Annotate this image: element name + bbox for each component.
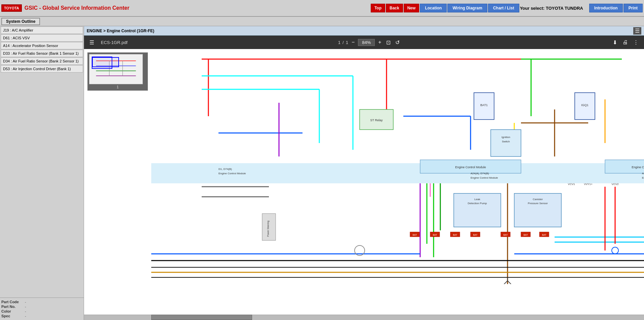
app-title: GSIC - Global Service Information Center (25, 5, 370, 11)
spec-label: Spec (1, 314, 25, 318)
svg-rect-32 (491, 130, 521, 156)
svg-text:Detection Pump: Detection Pump (468, 202, 487, 205)
sidebar-properties: Part Code - Part No. - Color - Spec - (0, 298, 84, 320)
sidebar: J19 : A/C AmplifierD61 : ACIS VSVA14 : A… (0, 26, 84, 320)
second-navigation-bar: System Outline (0, 17, 644, 26)
zoom-level: 84% (358, 39, 375, 46)
sidebar-item[interactable]: D34 : Air Fuel Ratio Sensor (Bank 2 Sens… (1, 57, 83, 65)
svg-text:Canister: Canister (533, 198, 543, 201)
color-value: - (25, 309, 26, 313)
pdf-menu-button[interactable]: ☰ (88, 39, 95, 46)
pdf-filename: ECS-1GR.pdf (101, 40, 127, 45)
fit-page-button[interactable]: ⊡ (385, 39, 392, 46)
main-layout: J19 : A/C AmplifierD61 : ACIS VSVA14 : A… (0, 26, 644, 320)
thumbnail-number: 1 (89, 85, 146, 89)
svg-text:Engine Control Module: Engine Control Module (642, 176, 644, 179)
sidebar-item[interactable]: D61 : ACIS VSV (1, 34, 83, 42)
svg-text:Pressure Sensor: Pressure Sensor (528, 202, 548, 205)
svg-text:Power Steering: Power Steering (267, 221, 270, 237)
breadcrumb-text: ENGINE > Engine Control (1GR-FE) (87, 29, 154, 33)
svg-text:BAT: BAT (503, 234, 508, 236)
color-label: Color (1, 309, 25, 313)
sidebar-item[interactable]: J19 : A/C Amplifier (1, 27, 83, 34)
svg-text:BAT: BAT (433, 234, 437, 236)
zoom-in-button[interactable]: + (377, 39, 383, 46)
corner-menu-button[interactable]: ☰ (633, 27, 641, 35)
thumbnail-panel: 1 (87, 52, 148, 91)
rotate-button[interactable]: ↺ (394, 39, 401, 46)
svg-text:VCV1: VCV1 (568, 183, 575, 186)
scrollbar-thumb[interactable] (151, 315, 252, 320)
top-navigation-bar: TOYOTA GSIC - Global Service Information… (0, 0, 644, 17)
svg-text:BAT: BAT (542, 234, 547, 236)
svg-text:Engine Control Module: Engine Control Module (632, 166, 644, 169)
part-no-row: Part No. - (1, 305, 82, 309)
page-separator: / (343, 40, 344, 45)
pdf-viewer: ☰ ECS-1GR.pdf 1 / 1 − 84% + ⊡ ↺ ⬇ 🖨 ⋮ (84, 36, 644, 320)
svg-text:BAT: BAT (523, 234, 528, 236)
spec-row: Spec - (1, 314, 82, 318)
system-outline-button[interactable]: System Outline (1, 18, 40, 25)
svg-text:Ignition: Ignition (501, 136, 510, 139)
svg-text:Engine Control Module: Engine Control Module (218, 172, 246, 175)
part-code-value: - (25, 300, 26, 304)
breadcrumb-bar: ENGINE > Engine Control (1GR-FE) ☰ (84, 26, 644, 36)
more-options-button[interactable]: ⋮ (632, 39, 640, 46)
part-no-label: Part No. (1, 305, 25, 309)
print-button[interactable]: Print (623, 4, 643, 12)
svg-text:IGQ1: IGQ1 (581, 103, 589, 107)
back-button[interactable]: Back (386, 4, 403, 12)
svg-text:Engine Control Module: Engine Control Module (471, 176, 498, 179)
part-code-row: Part Code - (1, 300, 82, 304)
svg-text:Engine Control Module: Engine Control Module (455, 166, 486, 169)
pdf-page-info: 1 / 1 − 84% + ⊡ ↺ (338, 39, 401, 46)
horizontal-scrollbar[interactable] (84, 315, 644, 320)
svg-text:D1, D74(B): D1, D74(B) (218, 168, 232, 171)
svg-point-77 (612, 247, 618, 254)
diagram-container: 1 (84, 49, 644, 320)
svg-text:BAT1: BAT1 (480, 103, 488, 107)
sidebar-item[interactable]: D53 : Air Injection Control Driver (Bank… (1, 65, 83, 73)
svg-text:BAT: BAT (473, 234, 478, 236)
zoom-out-button[interactable]: − (350, 39, 356, 46)
svg-text:Leak: Leak (474, 198, 480, 201)
pdf-toolbar: ☰ ECS-1GR.pdf 1 / 1 − 84% + ⊡ ↺ ⬇ 🖨 ⋮ (84, 36, 644, 49)
page-current: 1 (338, 40, 340, 45)
svg-text:A24(A), D74(B): A24(A), D74(B) (642, 172, 644, 175)
vehicle-selection-label: Your select: TOYOTA TUNDRA (520, 6, 583, 11)
download-button[interactable]: ⬇ (611, 39, 618, 46)
pdf-canvas[interactable]: 1 (84, 49, 644, 320)
wiring-diagram-button[interactable]: Wiring Diagram (447, 4, 487, 12)
svg-text:BAT: BAT (453, 234, 457, 236)
svg-text:ST Relay: ST Relay (370, 119, 383, 122)
thumbnail-highlight (92, 57, 119, 67)
part-code-label: Part Code (1, 300, 25, 304)
introduction-button[interactable]: Introduction (589, 4, 623, 12)
svg-text:VVY1+: VVY1+ (584, 183, 592, 186)
svg-text:A24(A), D74(B): A24(A), D74(B) (471, 172, 489, 175)
chart-list-button[interactable]: Chart / List (488, 4, 519, 12)
location-button[interactable]: Location (420, 4, 447, 12)
svg-text:Switch: Switch (502, 140, 510, 143)
sidebar-item[interactable]: D33 : Air Fuel Ratio Sensor (Bank 1 Sens… (1, 50, 83, 57)
toyota-logo: TOYOTA (1, 4, 22, 12)
new-button[interactable]: New (404, 4, 419, 12)
sidebar-item[interactable]: A14 : Accelerator Position Sensor (1, 42, 83, 49)
svg-text:VCV2: VCV2 (612, 183, 619, 186)
print-pdf-button[interactable]: 🖨 (621, 39, 629, 46)
top-button[interactable]: Top (371, 4, 385, 12)
sidebar-list: J19 : A/C AmplifierD61 : ACIS VSVA14 : A… (0, 26, 84, 298)
top-right-buttons: Introduction Print (589, 4, 643, 12)
spec-value: - (25, 314, 26, 318)
content-area: ENGINE > Engine Control (1GR-FE) ☰ ☰ ECS… (84, 26, 644, 320)
wiring-diagram: BAT1 IGQ1 Ignition Switch ST Relay (151, 49, 644, 300)
thumbnail-image (89, 54, 143, 84)
color-row: Color - (1, 309, 82, 313)
part-no-value: - (25, 305, 26, 309)
page-total: 1 (346, 40, 348, 45)
svg-text:BAT: BAT (412, 234, 417, 236)
